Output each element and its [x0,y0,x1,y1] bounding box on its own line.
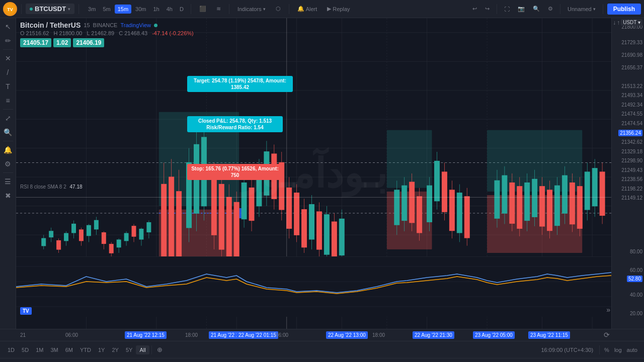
logo[interactable]: TV [3,2,17,16]
template-btn[interactable]: ⬡ [272,4,285,14]
time-06: 06:00 [65,332,78,338]
tf-1h[interactable]: 1h [150,5,162,14]
replay-btn[interactable]: ▶ Replay [323,4,354,14]
draw-tool[interactable]: ✏ [2,34,15,47]
svg-rect-67 [169,177,174,256]
percent-toggle[interactable]: % [602,346,612,354]
bar-style-btn[interactable]: ≋ [212,4,225,14]
zoom-tool[interactable]: 🔍 [2,126,15,139]
svg-rect-99 [294,193,299,235]
symbol-arrow: ▾ [68,7,70,12]
search-btn[interactable]: 🔍 [530,4,543,14]
chart-area[interactable]: Bitcoin / TetherUS 15 BINANCE TradingVie… [16,18,611,329]
svg-rect-37 [49,231,53,237]
delete-tool[interactable]: ✖ [2,189,15,202]
svg-rect-105 [316,212,321,249]
price-21690: 21690.98 [621,52,642,58]
scroll-right-btn[interactable]: » [605,305,611,315]
indicators-btn[interactable]: Indicators ▾ [233,5,270,14]
svg-rect-131 [464,197,469,238]
scale-up-btn[interactable]: ↑ [617,19,620,26]
trend-tool[interactable]: / [2,66,15,79]
svg-rect-109 [332,222,337,259]
tf-2y-btn[interactable]: 2Y [108,345,122,354]
scale-down-btn[interactable]: ↓ [613,19,616,26]
redo-btn[interactable]: ↪ [482,4,493,14]
currency-badge[interactable]: USDT ▾ [621,19,642,26]
layout-btn[interactable]: Unnamed ▾ [565,5,599,14]
tf-1y-btn[interactable]: 1Y [95,345,108,354]
indicators-arrow: ▾ [263,7,266,12]
snapshot-btn[interactable]: 📷 [515,4,528,14]
tf-5m[interactable]: 5m [100,5,113,14]
svg-rect-55 [117,240,121,247]
settings-btn[interactable]: ⚙ [545,4,556,14]
bn-sep1 [151,345,152,354]
change-val: -47.14 (-0.226%) [152,30,194,36]
svg-rect-35 [42,238,46,245]
svg-rect-101 [302,210,307,247]
svg-rect-47 [87,225,91,235]
svg-rect-51 [102,233,106,244]
pair-name: Bitcoin / TetherUS [20,21,80,29]
price-21474b: 21474.54 [621,121,642,126]
tf-3m[interactable]: 3m [85,5,99,14]
tf-D[interactable]: D [177,5,187,14]
auto-toggle[interactable]: auto [624,346,640,354]
fibonacci-tool[interactable]: ≡ [2,94,15,107]
tf-4h[interactable]: 4h [164,5,176,14]
tf-30m[interactable]: 30m [132,5,149,14]
svg-rect-145 [540,187,545,226]
rsi-text: RSI 8 close SMA 8 2 [20,184,66,190]
bottom-toolbar: Stock Screener ▾ Pine Editor Strategy Te… [0,358,644,362]
high-val: H 21800.00 [54,30,83,36]
price-21729: 21729.33 [621,40,642,45]
svg-rect-159 [592,168,597,206]
cursor-tool[interactable]: ↖ [2,20,15,33]
text-tool[interactable]: T [2,80,15,93]
exchange-label: BINANCE [93,22,118,28]
trading-tool[interactable]: ⚙ [2,157,15,170]
time-18b: 18:00 [372,332,385,338]
log-toggle[interactable]: log [612,346,624,354]
svg-rect-63 [147,223,151,232]
svg-rect-123 [434,161,439,201]
publish-button[interactable]: Publish [607,4,641,15]
tf-5y-btn[interactable]: 5Y [122,345,136,354]
svg-rect-87 [249,188,254,221]
refresh-btn[interactable]: ⟳ [604,331,610,339]
svg-rect-115 [402,186,407,220]
svg-rect-113 [394,190,399,225]
alert-btn[interactable]: 🔔 Alert [293,4,321,14]
price-21238: 21238.56 [621,176,642,182]
svg-rect-141 [525,183,530,221]
price-21149: 21149.12 [621,195,642,201]
fullscreen-btn[interactable]: ⛶ [501,5,513,14]
tf-5d-btn[interactable]: 5D [18,345,32,354]
tf-6m-btn[interactable]: 6M [62,345,76,354]
platform-label: TradingView [120,22,151,28]
compare-btn[interactable]: ⊕ [154,344,166,355]
cross-tool[interactable]: ✕ [2,52,15,65]
undo-btn[interactable]: ↩ [469,4,480,14]
tf-1d-btn[interactable]: 1D [4,345,18,354]
tf-15m[interactable]: 15m [115,5,131,14]
tf-ytd-btn[interactable]: YTD [76,345,95,354]
alert-tool[interactable]: 🔔 [2,143,15,156]
target-box: Target: 254.78 (1.19%) 2547/8, Amount: 1… [187,76,293,92]
svg-rect-151 [562,175,567,213]
datetime-info: 16:09:00 (UTC+4:30) [541,347,593,353]
timeframe-group: 3m 5m 15m 30m 1h 4h D [85,5,187,14]
tf-all-btn[interactable]: All [136,345,149,354]
tf-3m-btn[interactable]: 3M [47,345,61,354]
replay-label: Replay [333,6,350,12]
chart-header: Bitcoin / TetherUS 15 BINANCE TradingVie… [20,21,197,47]
chart-type-btn[interactable]: ⬛ [195,4,210,14]
tf-1m-btn[interactable]: 1M [32,345,47,354]
measure-tool[interactable]: ⤢ [2,112,15,125]
symbol-selector[interactable]: BTCUSDT ▾ [26,4,74,14]
more-tool[interactable]: ☰ [2,175,15,188]
time-aug23-0500: 23 Aug '22 05:00 [473,331,515,339]
sep2 [78,4,79,14]
time-06b: 06:00 [276,332,288,338]
